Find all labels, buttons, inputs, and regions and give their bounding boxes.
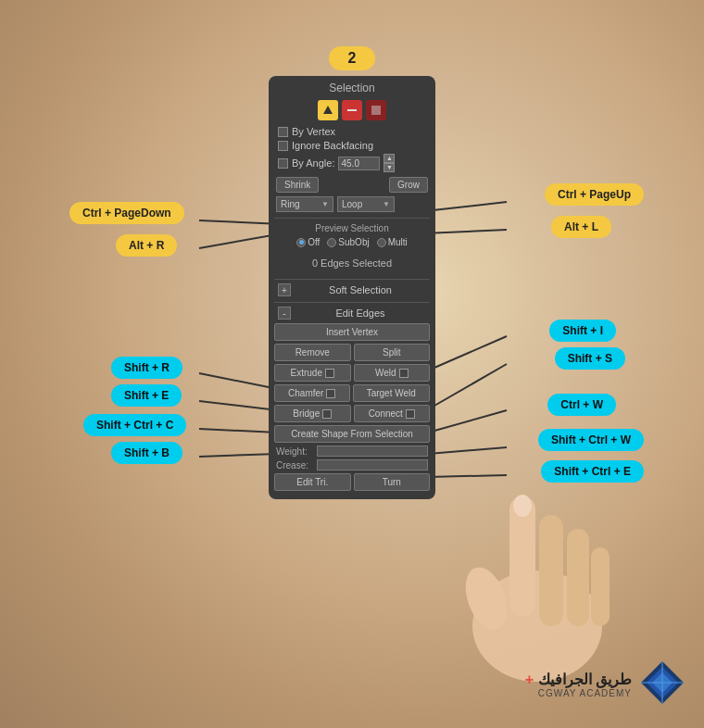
crease-bar[interactable] [317, 459, 428, 471]
chamfer-button[interactable]: Chamfer [274, 384, 350, 402]
edittri-turn-row: Edit Tri. Turn [274, 473, 430, 491]
edges-selected-text: 0 Edges Selected [274, 252, 430, 274]
extrude-button[interactable]: Extrude [274, 364, 351, 382]
svg-line-8 [199, 429, 278, 433]
radio-subobj-dot [327, 238, 336, 247]
extrude-settings-icon[interactable] [325, 369, 334, 378]
panel-header: Selection [274, 82, 430, 94]
edit-tri-button[interactable]: Edit Tri. [274, 473, 351, 491]
angle-input[interactable] [338, 157, 380, 170]
by-vertex-checkbox[interactable] [278, 127, 288, 137]
connect-settings-icon[interactable] [406, 409, 415, 419]
preview-label: Preview Selection [274, 223, 430, 233]
svg-rect-20 [591, 547, 610, 626]
shift-ctrl-w-shortcut: Shift + Ctrl + W [538, 429, 644, 451]
ring-loop-row: Ring ▼ Loop ▼ [274, 196, 430, 212]
radio-row: Off SubObj Multi [274, 237, 430, 247]
create-shape-button[interactable]: Create Shape From Selection [274, 425, 430, 443]
alt-r-shortcut: Alt + R [116, 234, 177, 257]
crease-row: Crease: [274, 459, 430, 471]
edge-icon[interactable] [342, 100, 362, 120]
svg-marker-13 [323, 106, 333, 114]
ignore-backfacing-row: Ignore Backfacing [274, 140, 430, 151]
remove-split-row: Remove Split [274, 344, 430, 361]
panel-body: Selection By Vertex Ignore Backfacing [269, 76, 435, 499]
soft-selection-title: Soft Selection [295, 284, 426, 295]
ring-dropdown-arrow: ▼ [321, 200, 329, 208]
connect-button[interactable]: Connect [354, 405, 431, 422]
logo-diamond-icon [639, 659, 685, 709]
chamfer-targetweld-row: Chamfer Target Weld [274, 384, 430, 402]
step-badge: 2 [329, 46, 375, 70]
weight-row: Weight: [274, 446, 430, 457]
turn-button[interactable]: Turn [354, 473, 431, 491]
loop-dropdown[interactable]: Loop ▼ [337, 196, 395, 212]
insert-vertex-button[interactable]: Insert Vertex [274, 323, 430, 341]
logo-text-area: + طريق الجرافيك CGWAY ACADEMY [525, 671, 632, 698]
svg-line-9 [428, 410, 507, 433]
ctrl-pagedown-shortcut: Ctrl + PageDown [69, 202, 184, 224]
weld-settings-icon[interactable] [399, 369, 409, 378]
edit-edges-row: - Edit Edges [274, 302, 430, 323]
shrink-grow-row: Shrink Grow [274, 177, 430, 193]
svg-line-3 [424, 230, 507, 233]
split-button[interactable]: Split [354, 344, 431, 361]
svg-line-7 [199, 401, 278, 410]
soft-selection-row: + Soft Selection [274, 279, 430, 300]
remove-button[interactable]: Remove [274, 344, 351, 361]
chamfer-settings-icon[interactable] [326, 389, 335, 398]
bridge-connect-row: Bridge Connect [274, 405, 430, 422]
shift-ctrl-e-shortcut: Shift + Ctrl + E [541, 460, 644, 483]
svg-line-4 [428, 336, 507, 370]
preview-section: Preview Selection Off SubObj Multi 0 Edg… [274, 218, 430, 274]
logo-arabic-text: + طريق الجرافيك [525, 671, 632, 688]
weight-label: Weight: [276, 446, 313, 457]
alt-l-shortcut: Alt + L [551, 216, 611, 238]
main-panel: 2 Selection By Vertex Ignore Backfacing [269, 46, 435, 499]
radio-multi[interactable]: Multi [377, 237, 408, 247]
loop-dropdown-arrow: ▼ [383, 200, 390, 208]
svg-rect-18 [539, 515, 563, 626]
polygon-icon[interactable] [366, 100, 386, 120]
target-weld-button[interactable]: Target Weld [353, 384, 431, 402]
by-angle-row: By Angle: ▲ ▼ [274, 154, 430, 172]
shift-b-shortcut: Shift + B [111, 442, 182, 464]
svg-rect-19 [567, 529, 589, 626]
by-angle-checkbox[interactable] [278, 158, 288, 169]
shift-s-shortcut: Shift + S [555, 347, 625, 370]
radio-multi-dot [377, 238, 386, 247]
shift-r-shortcut: Shift + R [111, 357, 182, 379]
svg-rect-14 [347, 109, 357, 111]
svg-rect-15 [371, 106, 381, 115]
edit-edges-title: Edit Edges [295, 308, 426, 319]
radio-subobj[interactable]: SubObj [327, 237, 369, 247]
by-vertex-row: By Vertex [274, 126, 430, 137]
ignore-backfacing-checkbox[interactable] [278, 141, 288, 151]
weld-button[interactable]: Weld [354, 364, 431, 382]
ignore-backfacing-label: Ignore Backfacing [292, 140, 373, 151]
radio-off[interactable]: Off [296, 237, 320, 247]
vertex-icon[interactable] [318, 100, 338, 120]
grow-button[interactable]: Grow [389, 177, 428, 193]
icon-row [274, 100, 430, 120]
by-angle-label: By Angle: [292, 157, 334, 169]
weight-bar[interactable] [317, 446, 428, 457]
bridge-button[interactable]: Bridge [274, 405, 351, 422]
shift-e-shortcut: Shift + E [111, 384, 182, 407]
extrude-weld-row: Extrude Weld [274, 364, 430, 382]
edit-edges-toggle[interactable]: - [278, 307, 291, 320]
angle-spinner[interactable]: ▲ ▼ [383, 154, 395, 172]
svg-point-22 [513, 495, 532, 517]
soft-selection-toggle[interactable]: + [278, 283, 291, 296]
shrink-button[interactable]: Shrink [276, 177, 319, 193]
shift-ctrl-c-shortcut: Shift + Ctrl + C [83, 414, 186, 436]
ctrl-pageup-shortcut: Ctrl + PageUp [545, 183, 644, 206]
ctrl-w-shortcut: Ctrl + W [547, 394, 616, 416]
logo-english-text: CGWAY ACADEMY [525, 688, 632, 698]
bridge-settings-icon[interactable] [322, 409, 332, 419]
svg-line-2 [424, 202, 507, 211]
ring-dropdown[interactable]: Ring ▼ [276, 196, 333, 212]
by-vertex-label: By Vertex [292, 126, 335, 137]
logo: + طريق الجرافيك CGWAY ACADEMY [525, 659, 685, 709]
svg-line-10 [199, 454, 278, 457]
